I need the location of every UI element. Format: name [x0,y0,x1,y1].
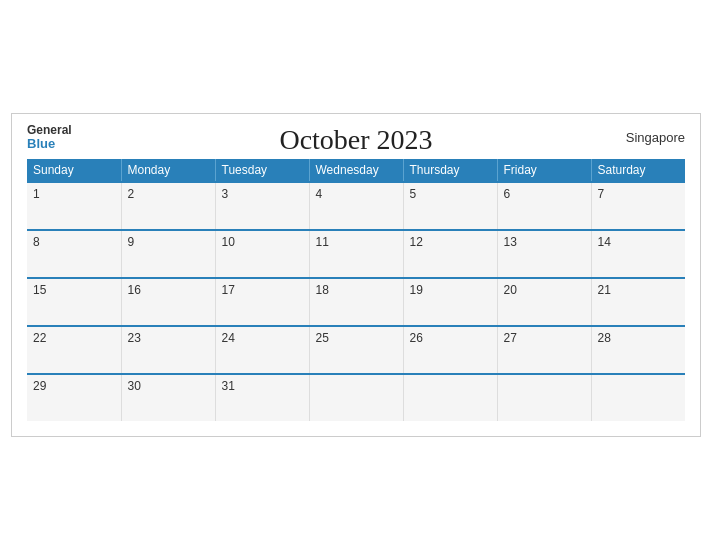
day-number: 28 [598,331,611,345]
day-number: 20 [504,283,517,297]
calendar-day-cell [497,374,591,421]
day-number: 19 [410,283,423,297]
day-number: 1 [33,187,40,201]
header-monday: Monday [121,159,215,182]
calendar-day-cell: 10 [215,230,309,278]
day-number: 4 [316,187,323,201]
calendar-thead: Sunday Monday Tuesday Wednesday Thursday… [27,159,685,182]
calendar: General Blue October 2023 Singapore Sund… [11,113,701,437]
header-tuesday: Tuesday [215,159,309,182]
day-number: 24 [222,331,235,345]
calendar-day-cell: 26 [403,326,497,374]
calendar-day-cell: 24 [215,326,309,374]
weekday-header-row: Sunday Monday Tuesday Wednesday Thursday… [27,159,685,182]
calendar-day-cell: 18 [309,278,403,326]
day-number: 29 [33,379,46,393]
calendar-week-row: 891011121314 [27,230,685,278]
calendar-day-cell: 14 [591,230,685,278]
calendar-day-cell: 1 [27,182,121,230]
calendar-day-cell: 9 [121,230,215,278]
day-number: 15 [33,283,46,297]
day-number: 25 [316,331,329,345]
day-number: 6 [504,187,511,201]
logo: General Blue [27,124,72,151]
calendar-day-cell: 28 [591,326,685,374]
day-number: 12 [410,235,423,249]
day-number: 3 [222,187,229,201]
day-number: 9 [128,235,135,249]
day-number: 13 [504,235,517,249]
calendar-week-row: 293031 [27,374,685,421]
calendar-day-cell: 16 [121,278,215,326]
day-number: 10 [222,235,235,249]
day-number: 16 [128,283,141,297]
calendar-day-cell [403,374,497,421]
day-number: 31 [222,379,235,393]
header-wednesday: Wednesday [309,159,403,182]
calendar-day-cell: 3 [215,182,309,230]
calendar-day-cell [309,374,403,421]
calendar-day-cell: 31 [215,374,309,421]
calendar-header: General Blue October 2023 Singapore [27,124,685,151]
calendar-day-cell: 4 [309,182,403,230]
calendar-day-cell: 2 [121,182,215,230]
day-number: 26 [410,331,423,345]
day-number: 22 [33,331,46,345]
day-number: 18 [316,283,329,297]
logo-blue-text: Blue [27,137,72,151]
calendar-day-cell: 21 [591,278,685,326]
calendar-day-cell: 30 [121,374,215,421]
day-number: 21 [598,283,611,297]
header-sunday: Sunday [27,159,121,182]
calendar-body: 1234567891011121314151617181920212223242… [27,182,685,421]
calendar-day-cell: 13 [497,230,591,278]
calendar-day-cell: 27 [497,326,591,374]
calendar-day-cell: 7 [591,182,685,230]
header-friday: Friday [497,159,591,182]
calendar-day-cell: 6 [497,182,591,230]
calendar-day-cell: 11 [309,230,403,278]
day-number: 7 [598,187,605,201]
calendar-day-cell: 5 [403,182,497,230]
header-saturday: Saturday [591,159,685,182]
day-number: 30 [128,379,141,393]
calendar-table: Sunday Monday Tuesday Wednesday Thursday… [27,159,685,421]
day-number: 8 [33,235,40,249]
day-number: 14 [598,235,611,249]
header-thursday: Thursday [403,159,497,182]
calendar-day-cell: 15 [27,278,121,326]
calendar-day-cell [591,374,685,421]
calendar-day-cell: 23 [121,326,215,374]
calendar-day-cell: 12 [403,230,497,278]
calendar-day-cell: 29 [27,374,121,421]
calendar-day-cell: 8 [27,230,121,278]
day-number: 17 [222,283,235,297]
calendar-day-cell: 19 [403,278,497,326]
day-number: 5 [410,187,417,201]
calendar-title: October 2023 [279,124,432,156]
logo-general-text: General [27,124,72,137]
day-number: 23 [128,331,141,345]
calendar-day-cell: 20 [497,278,591,326]
calendar-day-cell: 25 [309,326,403,374]
day-number: 27 [504,331,517,345]
calendar-day-cell: 22 [27,326,121,374]
calendar-day-cell: 17 [215,278,309,326]
day-number: 2 [128,187,135,201]
day-number: 11 [316,235,329,249]
calendar-week-row: 22232425262728 [27,326,685,374]
calendar-week-row: 15161718192021 [27,278,685,326]
calendar-location: Singapore [626,130,685,145]
calendar-week-row: 1234567 [27,182,685,230]
